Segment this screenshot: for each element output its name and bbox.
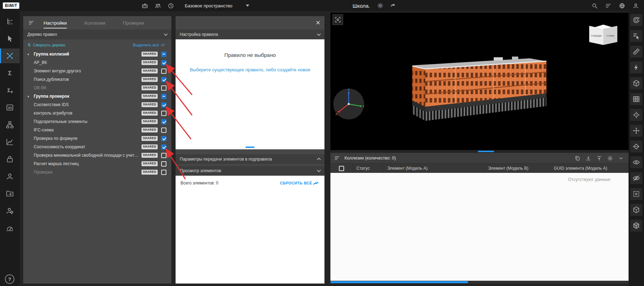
collisions-scrollbar[interactable] — [330, 281, 629, 284]
rule-checkbox-unchecked[interactable] — [161, 153, 166, 158]
scrollbar-thumb[interactable] — [245, 147, 255, 148]
tool-user-button[interactable] — [0, 169, 20, 184]
rule-tree-row[interactable]: контроль атрибутовSHARED — [23, 109, 171, 117]
rule-tree-row[interactable]: ▾Группа проверокSHARED — [23, 92, 171, 100]
collisions-copy-button[interactable] — [573, 154, 581, 162]
rule-checkbox-checked[interactable] — [161, 77, 166, 82]
view-tool-grid-table-button[interactable] — [630, 93, 642, 105]
rule-checkbox-indeterminate[interactable] — [161, 94, 166, 99]
nav-cube-left-face[interactable]: Спереди — [589, 26, 603, 45]
collisions-scrollbar-thumb[interactable] — [330, 281, 468, 283]
rule-tree-row[interactable]: Проверка минимальной свободной площади с… — [23, 151, 171, 160]
reset-all-button[interactable]: СБРОСИТЬ ВСЁ ✓✓ — [280, 181, 320, 186]
rule-checkbox-unchecked[interactable] — [161, 128, 166, 133]
axis-gizmo[interactable]: Z X Y — [332, 87, 366, 121]
nav-cube-right-face[interactable]: Слева — [603, 26, 617, 45]
rule-checkbox-checked[interactable] — [161, 119, 166, 124]
close-icon[interactable]: × — [316, 19, 320, 27]
collisions-arrow-down-line-button[interactable] — [584, 154, 592, 162]
rule-checkbox-unchecked[interactable] — [161, 170, 166, 175]
select-all-checkbox[interactable] — [339, 166, 344, 171]
viewport-3d[interactable]: Спереди Слева Z X Y — [330, 13, 629, 150]
tool-sum-button[interactable] — [0, 66, 20, 80]
tool-gauge-button[interactable] — [0, 221, 20, 235]
project-share-button[interactable] — [390, 2, 396, 9]
rule-tree-row[interactable]: Поиск дубликатовSHARED — [23, 75, 171, 84]
view-tool-cube-transparent-button[interactable] — [630, 204, 642, 216]
rule-tree-row[interactable]: АР_ВКSHARED — [23, 58, 171, 67]
viewport-scrollbar[interactable] — [330, 151, 629, 152]
rule-checkbox-indeterminate[interactable] — [161, 52, 166, 57]
tool-view-2d-button[interactable] — [0, 100, 20, 115]
rule-tree-row[interactable]: ▾Группа коллизийSHARED — [23, 50, 171, 58]
tree-collapse-icon[interactable]: ▾ — [27, 52, 34, 56]
tool-collision-check-button[interactable] — [0, 48, 20, 63]
topbar-globe-button[interactable] — [619, 2, 625, 9]
view-tool-focus-target-button[interactable] — [630, 109, 642, 121]
view-tool-bolt-button[interactable] — [630, 61, 642, 73]
view-tool-cube-ghost-button[interactable] — [630, 220, 642, 232]
collisions-arrow-up-line-button[interactable] — [595, 154, 603, 162]
view-tool-ruler-button[interactable] — [630, 46, 642, 58]
rule-settings-header[interactable]: Настройка правила — [176, 30, 324, 39]
tab-collisions[interactable]: Коллизии — [84, 17, 105, 28]
rule-checkbox-unchecked[interactable] — [161, 69, 166, 74]
workspace-selector[interactable]: Базовое пространство — [185, 3, 249, 8]
project-gear-button[interactable] — [377, 2, 383, 9]
topbar-team-button[interactable] — [155, 2, 161, 9]
panel-menu-icon[interactable] — [334, 155, 340, 161]
collisions-chevron-down-button[interactable] — [617, 154, 625, 162]
view-tool-deselect-button[interactable] — [630, 188, 642, 200]
view-tool-orbit-button[interactable] — [630, 14, 642, 26]
topbar-menu-button[interactable] — [605, 2, 612, 9]
view-tool-section-plane-button[interactable] — [630, 141, 642, 152]
frame-capture-button[interactable] — [333, 14, 343, 25]
rule-checkbox-unchecked[interactable] — [161, 161, 166, 167]
topbar-user-button[interactable] — [632, 2, 639, 9]
topbar-briefcase-button[interactable] — [142, 2, 148, 9]
tool-hierarchy-button[interactable] — [0, 117, 20, 132]
tool-sum-plus-button[interactable] — [0, 83, 20, 98]
rule-checkbox-checked[interactable] — [161, 144, 166, 150]
view-tool-section-box-button[interactable] — [630, 77, 642, 89]
select-all-link[interactable]: Выделить всё ✓✓ — [133, 43, 166, 47]
rule-checkbox-unchecked[interactable] — [161, 111, 166, 116]
rule-tree-row[interactable]: Соотносимость координатSHARED — [23, 143, 171, 151]
elements-view-header[interactable]: Просмотр элементов — [176, 166, 324, 176]
rule-tree-row[interactable]: Подозрительные элементыSHARED — [23, 117, 171, 126]
rule-tree-row[interactable]: IFC-схемаSHARED — [23, 126, 171, 134]
panel-menu-icon[interactable] — [28, 20, 34, 26]
tab-checks[interactable]: Проверки — [123, 17, 144, 28]
rule-tree-row[interactable]: Соответствие IDSSHARED — [23, 100, 171, 109]
rule-checkbox-checked[interactable] — [161, 136, 166, 141]
topbar-search-button[interactable] — [591, 2, 598, 9]
rule-tree-row[interactable]: ОВ-ВКSHARED — [23, 84, 171, 92]
view-tool-eye-button[interactable] — [630, 156, 642, 168]
rule-checkbox-checked[interactable] — [161, 102, 166, 108]
rule-tree-row[interactable]: Расчет марша лестницSHARED — [23, 160, 171, 168]
view-tool-select-layers-button[interactable] — [630, 30, 642, 42]
tree-collapse-icon[interactable]: ▾ — [27, 95, 34, 98]
tool-user-pin-button[interactable] — [0, 203, 20, 218]
tool-chart-button[interactable] — [0, 135, 20, 149]
topbar-history-button[interactable] — [167, 2, 174, 9]
tool-plugins-button[interactable] — [0, 152, 20, 167]
rule-tree-row[interactable]: ПроверкиSHARED — [23, 168, 171, 176]
help-button[interactable]: ? — [5, 274, 14, 284]
rule-checkbox-unchecked[interactable] — [161, 85, 166, 91]
tab-settings[interactable]: Настройки — [44, 17, 67, 28]
nav-cube[interactable]: Спереди Слева — [587, 26, 619, 50]
collisions-gear-button[interactable] — [606, 154, 614, 162]
view-tool-pan-button[interactable] — [630, 125, 642, 137]
rule-tree-row[interactable]: Элемент внтури другогоSHARED — [23, 67, 171, 75]
tool-model-tree-button[interactable] — [0, 14, 20, 29]
rule-name: Проверка минимальной свободной площади с… — [34, 153, 139, 158]
rule-tree-row[interactable]: Проверка по формулеSHARED — [23, 134, 171, 143]
rule-checkbox-checked[interactable] — [161, 60, 166, 65]
tool-select-cursor-button[interactable] — [0, 31, 20, 46]
transfer-params-header[interactable]: Параметры передачи элементов в подправил… — [176, 154, 324, 164]
view-tool-eye-off-button[interactable] — [630, 172, 642, 184]
tool-folder-share-button[interactable] — [0, 186, 20, 201]
rules-tree-header[interactable]: Дерево правил — [23, 30, 171, 39]
collapse-tree-link[interactable]: ⇅ Свернуть дерево — [27, 43, 65, 47]
